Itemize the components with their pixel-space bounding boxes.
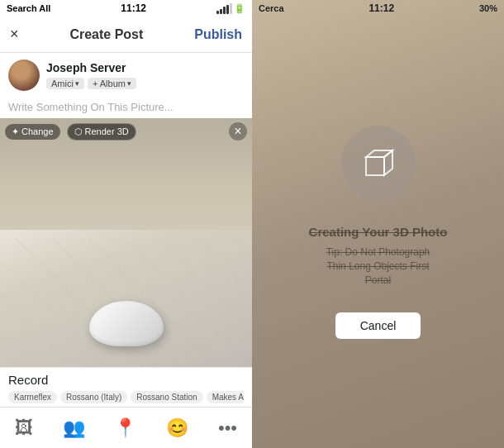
right-content: Creating Your 3D Photo Tip: Do Not Photo… — [252, 17, 504, 448]
mouse-shape — [89, 301, 164, 346]
status-bar-left: Search All 11:12 🔋 — [0, 0, 252, 17]
battery-right: 30% — [479, 3, 497, 13]
left-panel: Search All 11:12 🔋 × Create Post Publish… — [0, 0, 252, 448]
cube-icon: ⬡ — [74, 126, 83, 137]
tip-line3: Portal — [365, 274, 391, 286]
bar2 — [220, 9, 222, 14]
photo-toolbar: ✦ Change ⬡ Render 3D × — [0, 118, 252, 145]
avatar — [8, 60, 40, 91]
bar3 — [223, 7, 226, 14]
chip-rossano[interactable]: Rossano (Italy) — [60, 391, 127, 403]
time-left: 11:12 — [121, 2, 146, 14]
publish-button[interactable]: Publish — [194, 27, 242, 42]
creating-text-block: Creating Your 3D Photo Tip: Do Not Photo… — [309, 225, 448, 287]
cancel-button[interactable]: Cancel — [335, 312, 421, 339]
chip-makes[interactable]: Makes Al — [207, 391, 244, 403]
bar5 — [230, 3, 232, 14]
cube-icon — [358, 142, 399, 183]
time-right: 11:12 — [368, 2, 394, 14]
nav-location[interactable]: 📍 — [114, 417, 136, 439]
record-label: Record — [8, 373, 244, 387]
creating-title: Creating Your 3D Photo — [309, 225, 448, 239]
user-row: Joseph Server Amici ▾ + Album ▾ — [0, 53, 252, 98]
svg-marker-2 — [384, 150, 392, 175]
friends-label: Amici — [51, 79, 74, 88]
chip-karmeflex[interactable]: Karmeflex — [8, 391, 57, 403]
bottom-area: Record Karmeflex Rossano (Italy) Rossano… — [0, 367, 252, 407]
nav-people[interactable]: 👥 — [63, 417, 85, 439]
bar4 — [226, 5, 229, 14]
nav-gallery[interactable]: 🖼 — [15, 417, 33, 439]
friends-tag[interactable]: Amici ▾ — [46, 78, 84, 89]
photo-container: ✦ Change ⬡ Render 3D × — [0, 118, 252, 367]
tip-line1: Tip: Do Not Photograph — [326, 246, 430, 258]
chip-station[interactable]: Rossano Station — [131, 391, 202, 403]
carrier-right: Cerca — [259, 3, 284, 13]
nav-emoji[interactable]: 😊 — [166, 417, 188, 439]
user-name: Joseph Server — [46, 61, 136, 74]
user-tags: Amici ▾ + Album ▾ — [46, 78, 136, 89]
write-placeholder[interactable]: Write Something On This Picture... — [0, 98, 252, 118]
page-title: Create Post — [69, 27, 143, 42]
signal-left: 🔋 — [216, 3, 245, 14]
status-bar-right: Cerca 11:12 30% — [252, 0, 504, 17]
render-label: Render 3D — [85, 126, 129, 136]
user-info: Joseph Server Amici ▾ + Album ▾ — [46, 61, 136, 89]
right-panel: Cerca 11:12 30% Creating Your 3D Photo T… — [252, 0, 504, 448]
avatar-image — [8, 60, 40, 91]
nav-more[interactable]: ••• — [218, 417, 237, 439]
top-bar: × Create Post Publish — [0, 17, 252, 53]
change-label: Change — [21, 126, 54, 136]
album-tag[interactable]: + Album ▾ — [88, 78, 136, 89]
tag-chips: Karmeflex Rossano (Italy) Rossano Statio… — [8, 391, 244, 403]
svg-rect-0 — [366, 157, 384, 175]
cube-icon-container — [341, 126, 416, 200]
tip-text: Tip: Do Not Photograph Thin Long Objects… — [309, 245, 448, 287]
wand-icon: ✦ — [12, 126, 19, 137]
bar1 — [216, 11, 219, 14]
signal-bars — [216, 3, 232, 14]
close-photo-button[interactable]: × — [229, 122, 247, 141]
album-label: + Album — [93, 79, 126, 88]
close-button[interactable]: × — [10, 26, 19, 43]
bottom-nav: 🖼 👥 📍 😊 ••• — [0, 407, 252, 448]
carrier-left: Search All — [7, 3, 50, 13]
change-button[interactable]: ✦ Change — [5, 124, 60, 140]
tip-line2: Thin Long Objects First — [326, 260, 429, 272]
mouse-object — [89, 301, 164, 350]
render-3d-button[interactable]: ⬡ Render 3D — [67, 123, 136, 141]
friends-arrow: ▾ — [75, 79, 79, 88]
album-arrow: ▾ — [127, 79, 131, 88]
